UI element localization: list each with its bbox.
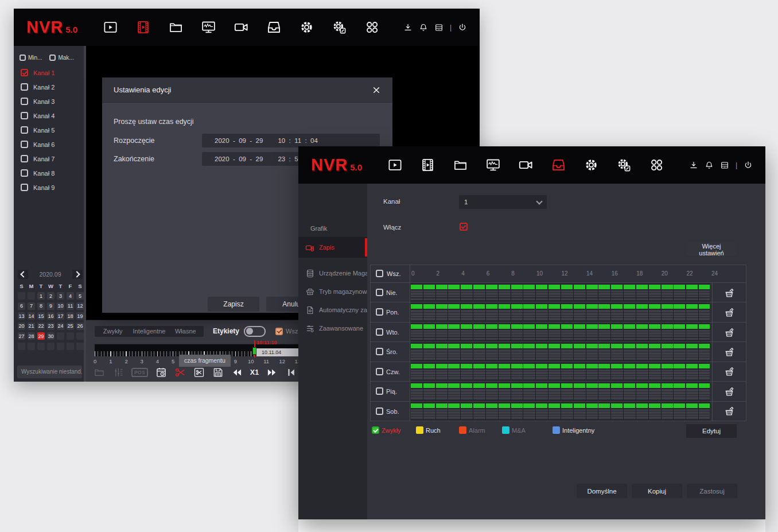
fragment-handle[interactable] [252, 347, 256, 355]
playback-type-tab[interactable]: Inteligentne [131, 326, 167, 337]
calendar-day[interactable]: 11 [67, 302, 74, 310]
calendar-day[interactable]: 27 [18, 332, 25, 340]
channel-item[interactable]: Kanał 3 [14, 94, 86, 108]
channel-item[interactable]: Kanał 4 [14, 108, 86, 123]
calendar-day[interactable]: 25 [67, 323, 74, 330]
calendar-day[interactable]: 8 [37, 302, 45, 310]
channel-item[interactable]: Kanał 9 [14, 180, 86, 195]
edit-schedule-icon[interactable] [712, 342, 746, 361]
apps-icon[interactable] [364, 20, 380, 35]
edit-schedule-icon[interactable] [712, 283, 746, 302]
calendar-day[interactable]: 10 [57, 302, 64, 310]
calendar-day[interactable]: 12 [76, 302, 84, 310]
day-checkbox[interactable] [376, 407, 383, 415]
copy-button[interactable]: Kopiuj [632, 484, 682, 498]
day-checkbox[interactable] [376, 348, 383, 355]
calendar-day[interactable]: 30 [47, 332, 55, 340]
calendar-day[interactable]: 15 [37, 312, 45, 320]
calendar-day[interactable]: 28 [28, 332, 35, 340]
fast-forward-button[interactable] [266, 367, 278, 378]
calendar-day[interactable]: 29 [37, 332, 45, 340]
display-icon[interactable] [201, 20, 216, 35]
channel-item[interactable]: Kanał 7 [14, 152, 86, 166]
mak-checkbox[interactable] [49, 55, 56, 61]
channel-item[interactable]: Kanał 2 [14, 80, 86, 94]
calendar-day[interactable]: 2 [47, 292, 55, 300]
schedule-grid[interactable] [410, 402, 710, 421]
calendar-day[interactable]: 26 [76, 323, 84, 330]
mak-option[interactable]: Mak... [49, 55, 73, 61]
apply-button[interactable]: Zastosuj [687, 484, 737, 498]
day-checkbox[interactable] [376, 289, 383, 296]
close-icon[interactable] [372, 86, 381, 95]
edit-button[interactable]: Edytuj [686, 424, 737, 438]
calendar-day[interactable]: 4 [67, 292, 74, 300]
schedule-edit-button[interactable] [155, 367, 167, 378]
speed-button[interactable]: X1 [250, 368, 259, 376]
schedule-grid[interactable] [410, 362, 710, 381]
calendar-day[interactable]: 16 [47, 312, 55, 320]
maintenance-icon[interactable] [616, 157, 632, 173]
power-icon[interactable] [744, 161, 753, 170]
download-icon[interactable] [403, 23, 413, 32]
channel-item[interactable]: Kanał 5 [14, 123, 86, 137]
sidebar-item-record[interactable]: Zapis [298, 237, 367, 258]
calendar-day[interactable]: 18 [67, 312, 74, 320]
schedule-grid[interactable] [410, 283, 710, 302]
channel-checkbox[interactable] [21, 83, 28, 91]
alarm-icon[interactable] [705, 161, 714, 170]
playback-icon[interactable] [420, 157, 435, 173]
alarm-icon[interactable] [419, 23, 428, 32]
sidebar-item-auto-backup[interactable]: Automatyczny zapis ... [298, 301, 367, 319]
edit-schedule-icon[interactable] [712, 302, 746, 321]
sidebar-item-storage-device[interactable]: Urządzenie Magazyn... [298, 264, 367, 282]
calendar-day[interactable]: 6 [18, 302, 25, 310]
sidebar-item-storage-mode[interactable]: Tryb magazynowania [298, 282, 367, 301]
download-icon[interactable] [689, 161, 698, 170]
playback-type-tab[interactable]: Własne [168, 326, 204, 337]
calendar-day[interactable]: 24 [57, 323, 64, 330]
rewind-button[interactable] [231, 367, 243, 378]
wsz-checkbox[interactable] [275, 328, 283, 335]
maintenance-icon[interactable] [332, 20, 347, 35]
save-clip-button[interactable] [212, 367, 224, 378]
legend-swatch[interactable] [372, 426, 379, 434]
camera-icon[interactable] [234, 20, 249, 35]
all-days-checkbox[interactable] [376, 270, 383, 277]
min-option[interactable]: Min... [20, 55, 42, 61]
settings-icon[interactable] [584, 157, 599, 173]
wsz-option[interactable]: Wsz [275, 328, 298, 335]
power-icon[interactable] [458, 23, 467, 32]
enable-checkbox[interactable] [460, 223, 468, 231]
calendar-day[interactable]: 13 [18, 312, 25, 320]
calendar-day[interactable]: 19 [76, 312, 84, 320]
custom-search-button[interactable]: Wyszukiwanie niestand... [17, 366, 82, 378]
storage-icon[interactable] [266, 20, 282, 35]
calendar-prev-icon[interactable] [18, 270, 28, 279]
edit-schedule-icon[interactable] [712, 362, 746, 381]
preview-icon[interactable] [103, 20, 118, 35]
channel-select[interactable]: 1 [459, 195, 547, 209]
file-manager-icon[interactable] [453, 157, 468, 173]
playback-icon[interactable] [135, 20, 151, 35]
save-button[interactable]: Zapisz [208, 297, 259, 312]
backup-icon[interactable] [434, 23, 444, 32]
calendar-day[interactable]: 3 [57, 292, 64, 300]
channel-checkbox[interactable] [21, 141, 28, 148]
display-icon[interactable] [485, 157, 501, 173]
cut-range-button[interactable] [193, 367, 205, 378]
apps-icon[interactable] [649, 157, 664, 173]
day-checkbox[interactable] [376, 328, 383, 336]
storage-icon[interactable] [551, 157, 566, 173]
preview-icon[interactable] [387, 157, 403, 173]
playback-type-tab[interactable]: Zwykły [95, 326, 131, 337]
channel-checkbox[interactable] [21, 126, 28, 134]
calendar-day[interactable]: 7 [28, 302, 35, 310]
min-checkbox[interactable] [20, 55, 26, 61]
channel-checkbox[interactable] [21, 98, 28, 105]
day-checkbox[interactable] [376, 387, 383, 395]
labels-toggle[interactable] [244, 326, 266, 337]
channel-checkbox[interactable] [21, 155, 28, 162]
calendar-day[interactable]: 23 [47, 323, 55, 330]
edit-schedule-icon[interactable] [712, 323, 746, 341]
